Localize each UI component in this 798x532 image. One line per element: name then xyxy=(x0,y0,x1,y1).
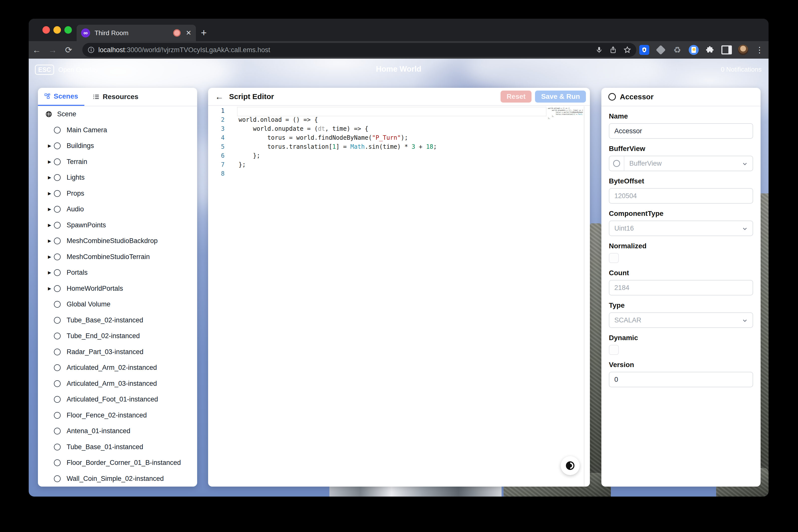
hud-overlay: ESC Open Overlay Home World 0 Notificati… xyxy=(29,59,768,81)
tree-item-articulated-arm-03-instanced[interactable]: ▶Articulated_Arm_03-instanced xyxy=(38,376,197,392)
tree-item-lights[interactable]: ▶Lights xyxy=(38,170,197,186)
tree-item-antena-01-instanced[interactable]: ▶Antena_01-instanced xyxy=(38,423,197,439)
code-content[interactable]: world.onload = () => { world.onupdate = … xyxy=(239,106,545,178)
third-room-world-view[interactable]: ESC Open Overlay Home World 0 Notificati… xyxy=(29,59,768,497)
tree-item-buildings[interactable]: ▶Buildings xyxy=(38,138,197,154)
close-window-button[interactable] xyxy=(42,26,50,34)
code-line[interactable] xyxy=(239,106,545,115)
code-editor[interactable]: 12345678 world.onload = () => { world.on… xyxy=(208,106,590,487)
back-icon[interactable]: ← xyxy=(215,92,224,101)
tree-item-audio[interactable]: ▶Audio xyxy=(38,202,197,217)
expand-triangle-icon[interactable]: ▶ xyxy=(48,207,52,212)
line-number[interactable]: 8 xyxy=(208,169,226,178)
tree-item-meshcombinestudioterrain[interactable]: ▶MeshCombineStudioTerrain xyxy=(38,249,197,265)
node-circle-icon xyxy=(608,93,616,100)
notifications-counter[interactable]: 0 Notifications xyxy=(721,65,762,73)
new-tab-button[interactable]: + xyxy=(201,26,207,40)
expand-triangle-icon[interactable]: ▶ xyxy=(48,159,52,165)
save-and-run-button[interactable]: Save & Run xyxy=(535,91,586,102)
line-number[interactable]: 2 xyxy=(208,115,226,124)
expand-triangle-icon[interactable]: ▶ xyxy=(48,238,52,244)
zoom-window-button[interactable] xyxy=(64,26,72,34)
accessor-header: Accessor xyxy=(601,88,761,106)
share-icon[interactable] xyxy=(609,46,617,54)
microphone-icon[interactable] xyxy=(595,46,603,54)
code-line[interactable]: }; xyxy=(239,151,545,160)
dev-extension-icon[interactable] xyxy=(655,44,666,55)
expand-triangle-icon[interactable]: ▶ xyxy=(48,191,52,196)
line-number[interactable]: 1 xyxy=(208,106,226,115)
code-line[interactable] xyxy=(239,169,545,178)
expand-triangle-icon[interactable]: ▶ xyxy=(48,254,52,260)
theme-contrast-button[interactable] xyxy=(561,456,580,475)
tree-item-tube-base-02-instanced[interactable]: ▶Tube_Base_02-instanced xyxy=(38,312,197,328)
expand-triangle-icon[interactable]: ▶ xyxy=(48,143,52,149)
tree-item-articulated-arm-02-instanced[interactable]: ▶Articulated_Arm_02-instanced xyxy=(38,360,197,376)
tree-item-main-camera[interactable]: ▶Main Camera xyxy=(38,122,197,138)
code-line[interactable]: }; xyxy=(239,160,545,169)
dynamic-checkbox[interactable] xyxy=(609,345,619,355)
minimize-window-button[interactable] xyxy=(53,26,61,34)
reset-button[interactable]: Reset xyxy=(500,91,532,102)
tree-item-tube-base-01-instanced[interactable]: ▶Tube_Base_01-instanced xyxy=(38,439,197,455)
tree-item-portals[interactable]: ▶Portals xyxy=(38,265,197,281)
password-manager-extension-icon[interactable] xyxy=(639,44,650,55)
code-line[interactable]: torus = world.findNodeByName("P_Turn"); xyxy=(239,133,545,142)
tab-recording-indicator-icon xyxy=(173,29,180,37)
tree-item-tube-end-02-instanced[interactable]: ▶Tube_End_02-instanced xyxy=(38,328,197,344)
site-info-icon[interactable] xyxy=(87,46,95,54)
expand-triangle-icon[interactable]: ▶ xyxy=(48,223,52,228)
forward-button[interactable]: → xyxy=(45,45,61,55)
reload-button[interactable]: ⟳ xyxy=(61,45,77,55)
tab-third-room[interactable]: ∞ Third Room ✕ xyxy=(77,25,196,41)
profile-avatar[interactable] xyxy=(738,44,748,55)
version-input[interactable] xyxy=(609,372,753,387)
name-input[interactable] xyxy=(609,123,753,139)
editor-minimap[interactable]: world.onload = () => { world.onupdate = … xyxy=(548,107,583,119)
extensions-puzzle-icon[interactable] xyxy=(705,44,716,55)
tree-item-scene[interactable]: Scene xyxy=(38,106,197,122)
tab-close-icon[interactable]: ✕ xyxy=(186,30,191,36)
byte-offset-input[interactable] xyxy=(609,188,753,204)
tree-item-homeworldportals[interactable]: ▶HomeWorldPortals xyxy=(38,281,197,297)
tree-item-articulated-foot-01-instanced[interactable]: ▶Articulated_Foot_01-instanced xyxy=(38,392,197,407)
count-input[interactable] xyxy=(609,280,753,296)
buffer-view-select[interactable]: BufferView xyxy=(609,156,753,171)
back-button[interactable]: ← xyxy=(29,45,45,55)
code-line[interactable]: world.onload = () => { xyxy=(239,115,545,124)
scene-hierarchy-panel: Scenes Resources Scene▶Main Camera▶Build… xyxy=(38,88,197,487)
expand-triangle-icon[interactable]: ▶ xyxy=(48,175,52,180)
tab-scenes[interactable]: Scenes xyxy=(38,88,84,106)
line-number[interactable]: 5 xyxy=(208,142,226,151)
line-number[interactable]: 6 xyxy=(208,151,226,160)
tree-item-props[interactable]: ▶Props xyxy=(38,186,197,202)
tree-item-floor-fence-02-instanced[interactable]: ▶Floor_Fence_02-instanced xyxy=(38,407,197,423)
tree-item-radar-part-03-instanced[interactable]: ▶Radar_Part_03-instanced xyxy=(38,344,197,360)
code-line[interactable]: world.onupdate = (dt, time) => { xyxy=(239,124,545,133)
tree-item-spawnpoints[interactable]: ▶SpawnPoints xyxy=(38,217,197,233)
normalized-checkbox[interactable] xyxy=(609,253,619,263)
tab-resources-label: Resources xyxy=(102,93,138,101)
tab-resources[interactable]: Resources xyxy=(84,88,147,106)
expand-triangle-icon[interactable]: ▶ xyxy=(48,286,52,291)
code-line[interactable]: torus.translation[1] = Math.sin(time) * … xyxy=(239,142,545,151)
tree-item-global-volume[interactable]: ▶Global Volume xyxy=(38,297,197,312)
tree-item-meshcombinestudiobackdrop[interactable]: ▶MeshCombineStudioBackdrop xyxy=(38,233,197,249)
tree-item-floor-border-corner-01-b-instanced[interactable]: ▶Floor_Border_Corner_01_B-instanced xyxy=(38,455,197,471)
expand-triangle-icon[interactable]: ▶ xyxy=(48,270,52,275)
tree-item-wall-coin-simple-02-instanced[interactable]: ▶Wall_Coin_Simple_02-instanced xyxy=(38,471,197,487)
line-number[interactable]: 4 xyxy=(208,133,226,142)
bookmark-star-icon[interactable] xyxy=(623,46,631,54)
browser-menu-icon[interactable]: ⋮ xyxy=(754,44,765,55)
side-panel-icon[interactable] xyxy=(721,44,732,55)
address-bar[interactable]: localhost:3000/world/!vjrzmTVOcyIsLgaAkA… xyxy=(82,43,636,57)
url-text[interactable]: localhost:3000/world/!vjrzmTVOcyIsLgaAkA… xyxy=(98,46,589,54)
component-type-select[interactable]: Uint16 xyxy=(609,221,753,236)
type-select[interactable]: SCALAR xyxy=(609,312,753,328)
line-number[interactable]: 7 xyxy=(208,160,226,169)
dark-reader-extension-icon[interactable] xyxy=(688,44,699,55)
tree-item-terrain[interactable]: ▶Terrain xyxy=(38,154,197,170)
recycle-extension-icon[interactable]: ♻ xyxy=(672,44,683,55)
field-version: Version xyxy=(609,361,753,387)
line-number[interactable]: 3 xyxy=(208,124,226,133)
